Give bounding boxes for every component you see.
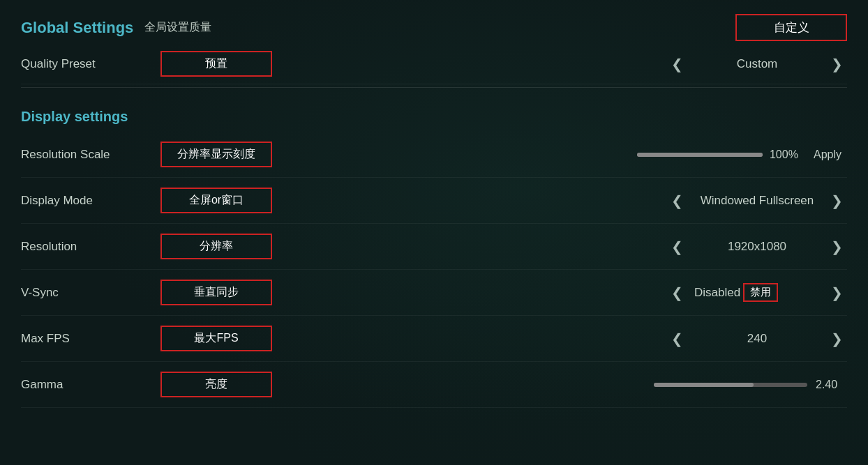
max-fps-value: 240 — [694, 332, 820, 346]
resolution-value: 1920x1080 — [694, 240, 820, 254]
display-mode-value: Windowed Fullscreen — [694, 194, 820, 208]
display-settings-title: Display settings — [21, 109, 128, 124]
display-mode-next-button[interactable]: ❯ — [827, 192, 847, 209]
resolution-chinese: 分辨率 — [160, 234, 272, 259]
resolution-scale-slider[interactable] — [637, 153, 763, 157]
resolution-scale-chinese: 分辨率显示刻度 — [160, 142, 272, 167]
global-settings-title: Global Settings — [21, 19, 133, 37]
resolution-next-button[interactable]: ❯ — [827, 238, 847, 255]
quality-preset-label: Quality Preset — [21, 57, 96, 70]
quality-preset-next-button[interactable]: ❯ — [827, 56, 847, 73]
gamma-label: Gamma — [21, 378, 63, 391]
gamma-value: 2.40 — [816, 379, 847, 391]
resolution-label: Resolution — [21, 240, 77, 253]
resolution-scale-apply-button[interactable]: Apply — [808, 147, 847, 162]
vsync-next-button[interactable]: ❯ — [827, 284, 847, 301]
vsync-chinese: 垂直同步 — [160, 280, 272, 305]
vsync-value-text: Disabled — [694, 286, 740, 300]
max-fps-chinese: 最大FPS — [160, 326, 272, 351]
resolution-scale-label: Resolution Scale — [21, 148, 110, 161]
quality-preset-value: Custom — [694, 57, 820, 71]
global-settings-chinese: 全局设置质量 — [144, 20, 211, 35]
display-mode-prev-button[interactable]: ❮ — [667, 192, 687, 209]
max-fps-label: Max FPS — [21, 332, 70, 345]
gamma-chinese: 亮度 — [160, 372, 272, 397]
gamma-slider[interactable] — [654, 383, 807, 387]
max-fps-prev-button[interactable]: ❮ — [667, 330, 687, 347]
vsync-value-chinese: 禁用 — [743, 283, 778, 302]
resolution-prev-button[interactable]: ❮ — [667, 238, 687, 255]
max-fps-next-button[interactable]: ❯ — [827, 330, 847, 347]
resolution-scale-value: 100% — [770, 148, 801, 161]
display-mode-chinese: 全屏or窗口 — [160, 188, 272, 213]
custom-button[interactable]: 自定义 — [735, 14, 847, 41]
vsync-label: V-Sync — [21, 286, 59, 299]
quality-preset-chinese: 预置 — [160, 51, 272, 77]
quality-preset-prev-button[interactable]: ❮ — [667, 56, 687, 73]
vsync-prev-button[interactable]: ❮ — [667, 284, 687, 301]
display-mode-label: Display Mode — [21, 194, 93, 207]
